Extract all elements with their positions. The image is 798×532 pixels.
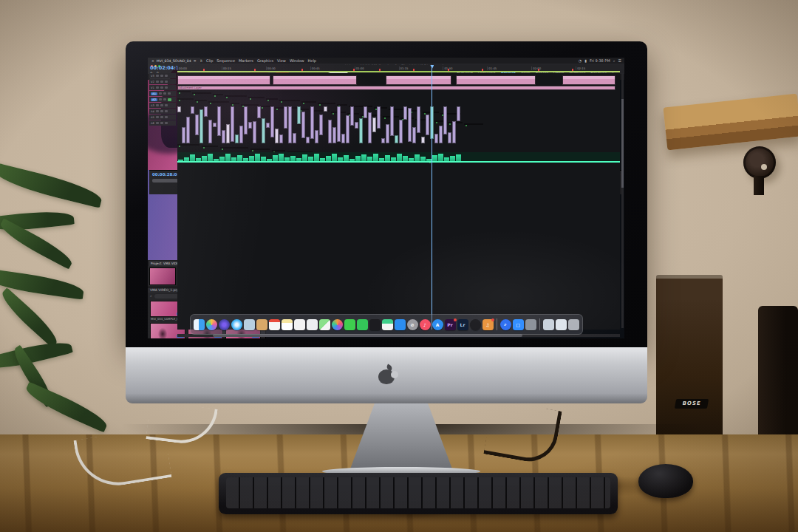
timeline-clip[interactable]	[177, 91, 191, 92]
track-header-v3[interactable]: V3	[149, 73, 176, 78]
mouse[interactable]	[638, 464, 693, 498]
mute-toggle[interactable]	[168, 92, 171, 95]
mute-toggle[interactable]	[165, 81, 168, 83]
mosaic-clip[interactable]	[186, 117, 190, 143]
track-area[interactable]: Adjustment Layer	[177, 73, 620, 330]
adjustment-layer-clip[interactable]: Adjustment Layer	[177, 86, 615, 90]
mute-toggle[interactable]	[165, 116, 168, 118]
track-lock-toggle[interactable]	[156, 81, 159, 83]
mosaic-clip[interactable]	[337, 106, 341, 142]
mosaic-clip[interactable]	[239, 126, 243, 143]
mosaic-clip[interactable]	[386, 124, 389, 143]
dock-appstore[interactable]: A	[432, 319, 443, 330]
notification-center-icon[interactable]: ☰	[618, 58, 621, 63]
mosaic-clip[interactable]	[226, 124, 230, 143]
dock-maps[interactable]	[319, 319, 330, 330]
mosaic-clip[interactable]	[222, 130, 225, 143]
track-header-a4[interactable]: A4	[149, 109, 176, 114]
dock-calendar[interactable]	[269, 319, 280, 330]
mosaic-clip[interactable]	[355, 122, 358, 129]
dock-siri[interactable]	[219, 319, 230, 330]
menu-sequence[interactable]: Sequence	[216, 58, 235, 63]
mosaic-clip[interactable]	[275, 129, 279, 143]
mosaic-clip[interactable]	[288, 106, 292, 143]
track-target-badge[interactable]: A1	[151, 92, 157, 95]
mosaic-clip[interactable]	[257, 106, 261, 118]
mute-toggle[interactable]	[165, 75, 168, 77]
timeline-clip[interactable]	[213, 94, 223, 95]
mosaic-clip[interactable]	[191, 106, 194, 114]
mosaic-clip[interactable]	[448, 132, 451, 143]
track-header-a2[interactable]: A2	[149, 97, 176, 102]
mosaic-clip[interactable]	[253, 121, 256, 143]
sync-lock-toggle[interactable]	[160, 86, 163, 89]
mosaic-clip[interactable]	[297, 106, 301, 124]
menu-markers[interactable]: Markers	[239, 58, 253, 63]
audio-clip[interactable]	[177, 144, 200, 146]
sync-lock-toggle[interactable]	[160, 116, 163, 118]
track-lock-toggle[interactable]	[159, 92, 162, 95]
dock-keynote[interactable]	[395, 319, 406, 330]
dock-folder-mail[interactable]	[256, 319, 267, 330]
timeline-playhead[interactable]	[432, 65, 432, 330]
keyboard-keys[interactable]	[226, 477, 610, 508]
mosaic-clip[interactable]	[213, 123, 216, 127]
dock-trash[interactable]	[568, 319, 579, 330]
apple-keyboard[interactable]	[219, 473, 618, 514]
mute-toggle[interactable]	[165, 104, 168, 106]
dock-gray-app[interactable]	[525, 319, 536, 330]
mosaic-clip[interactable]	[310, 106, 314, 139]
dock-folder-downloads[interactable]	[543, 319, 554, 330]
mosaic-clip[interactable]	[372, 117, 376, 132]
solo-button[interactable]	[168, 98, 171, 101]
mosaic-clip[interactable]	[319, 115, 323, 135]
mosaic-clip[interactable]	[332, 127, 336, 143]
timeline-clip[interactable]	[386, 75, 452, 85]
sync-lock-toggle[interactable]	[160, 104, 163, 106]
timeline-clip[interactable]	[562, 75, 615, 85]
music-waveform-track[interactable]	[177, 152, 620, 163]
track-lock-toggle[interactable]	[156, 86, 159, 89]
mosaic-clip[interactable]	[377, 106, 381, 129]
video-track-v1[interactable]	[177, 98, 620, 105]
track-header-a3[interactable]: A3	[149, 103, 176, 108]
mosaic-clip[interactable]	[195, 115, 199, 135]
sync-lock-toggle[interactable]	[160, 122, 163, 124]
menu-bar-clock[interactable]: Fri 9:38 PM	[590, 58, 610, 63]
adjustment-layer-track[interactable]: Adjustment Layer	[177, 86, 620, 90]
timeline-clip[interactable]	[177, 75, 270, 85]
mosaic-clip[interactable]	[399, 120, 403, 143]
track-lock-toggle[interactable]	[156, 104, 159, 106]
mosaic-clip[interactable]	[439, 126, 443, 143]
menu-window[interactable]: Window	[290, 58, 304, 63]
sync-lock-toggle[interactable]	[163, 98, 166, 100]
mosaic-clip[interactable]	[315, 130, 318, 143]
mosaic-clip[interactable]	[412, 127, 416, 143]
mosaic-clip[interactable]	[266, 123, 270, 128]
mosaic-clip[interactable]	[395, 135, 398, 143]
audio-track-a1[interactable]	[177, 144, 620, 151]
track-target-badge[interactable]: A2	[151, 98, 157, 101]
timeline-clip[interactable]	[456, 75, 536, 85]
sync-lock-toggle[interactable]	[160, 81, 163, 83]
time-ruler[interactable]: 00:0000:1500:3000:4501:0001:1501:3001:45…	[177, 65, 620, 71]
battery-icon[interactable]: ▮	[584, 58, 587, 63]
video-track-v3[interactable]	[177, 75, 620, 85]
mosaic-clip[interactable]	[341, 134, 345, 143]
audio-clip[interactable]	[202, 146, 218, 147]
timeline-tab[interactable]: × MVI_034_SOUND_04 ≡	[148, 58, 200, 64]
dock-lightroom[interactable]: Lr	[457, 319, 468, 330]
dock-media-folder[interactable]: ♫	[482, 319, 494, 330]
timeline-clip[interactable]	[225, 95, 247, 97]
dock-facetime[interactable]	[357, 319, 368, 330]
timeline-clip[interactable]	[208, 101, 229, 103]
mosaic-clip[interactable]	[301, 112, 305, 138]
sequence-name[interactable]: MVI_034_SOUND_04	[157, 59, 191, 63]
dock-pages[interactable]	[307, 319, 318, 330]
mosaic-clip[interactable]	[346, 115, 349, 143]
timeline-clip[interactable]	[273, 75, 357, 85]
timeline-clip[interactable]	[195, 100, 207, 101]
dock-photos[interactable]	[206, 319, 217, 330]
close-icon[interactable]: ×	[151, 59, 154, 63]
audio-clip[interactable]	[220, 147, 248, 149]
